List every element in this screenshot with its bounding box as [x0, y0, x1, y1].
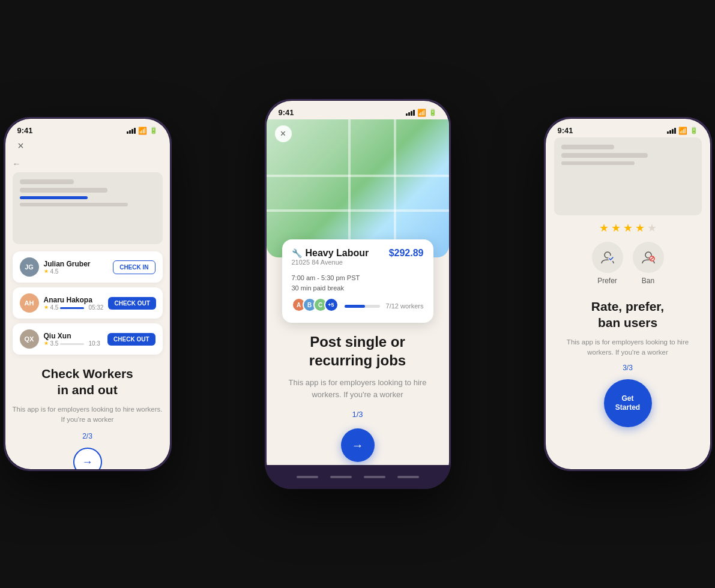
nav-dot-2 — [330, 476, 352, 478]
left-next-arrow: → — [82, 456, 93, 469]
center-battery-icon: 🔋 — [429, 109, 437, 116]
c-signal-bar-4 — [413, 110, 415, 116]
center-bottom-nav — [265, 465, 451, 489]
job-time: 7:00 am - 5:30 pm PST — [292, 273, 424, 283]
center-wifi-icon: 📶 — [417, 109, 426, 117]
left-signal — [127, 128, 136, 134]
worker2-info: Anaru Hakopa ★ 4.5 05:32 — [44, 296, 104, 311]
wrench-icon: 🔧 — [292, 248, 302, 258]
right-page-indicator: 3/3 — [623, 364, 633, 372]
nav-dot-4 — [397, 476, 419, 478]
prefer-label: Prefer — [597, 277, 617, 285]
center-status-icons: 📶 🔋 — [406, 109, 437, 117]
worker2-checkout-btn[interactable]: CHECK OUT — [108, 297, 155, 310]
phone-right: 9:41 📶 🔋 — [544, 117, 712, 471]
left-screen: 9:41 📶 🔋 × — [5, 119, 170, 469]
r-preview-bar-3 — [561, 161, 635, 165]
right-status-time: 9:41 — [558, 126, 573, 135]
right-content: ★ ★ ★ ★ ★ — [546, 137, 710, 469]
left-close-button[interactable]: × — [13, 137, 29, 154]
signal-bar-4 — [134, 128, 136, 134]
preview-bar-1 — [20, 179, 74, 184]
star-3: ★ — [623, 221, 633, 235]
worker-card-3: QX Qiu Xun ★ 3.5 10:3 CHECK OUT — [13, 323, 163, 355]
worker1-checkin-btn[interactable]: CHECK IN — [113, 260, 155, 274]
prefer-icon-circle[interactable] — [592, 242, 623, 273]
left-wifi-icon: 📶 — [138, 127, 147, 135]
map-road-h — [267, 175, 449, 177]
right-bottom-content: Rate, prefer, ban users This app is for … — [554, 292, 702, 469]
worker1-avatar: JG — [20, 257, 39, 277]
worker3-rating-row: ★ 3.5 10:3 — [44, 340, 103, 347]
c-signal-bar-1 — [406, 113, 408, 116]
job-title-row: 🔧 Heavy Labour — [292, 248, 369, 259]
worker2-avatar: AH — [20, 293, 39, 313]
worker1-rating-val: 4.5 — [50, 268, 59, 275]
worker3-avatar: QX — [20, 329, 39, 349]
star-4: ★ — [635, 221, 645, 235]
worker3-timer: 10:3 — [88, 340, 100, 347]
left-status-icons: 📶 🔋 — [127, 127, 158, 135]
job-title: Heavy Labour — [306, 248, 369, 259]
star-1: ★ — [599, 221, 609, 235]
worker3-progress-bar — [60, 343, 84, 345]
ban-label: Ban — [642, 277, 654, 285]
left-phone-desc: This app is for employers looking to hir… — [13, 404, 163, 425]
phone-left: 9:41 📶 🔋 × — [4, 117, 172, 471]
center-close-button[interactable]: × — [275, 125, 292, 142]
star-5: ★ — [647, 221, 657, 235]
worker2-rating-val: 4.5 — [50, 304, 59, 311]
worker3-info: Qiu Xun ★ 3.5 10:3 — [44, 332, 103, 347]
nav-dot-1 — [297, 476, 318, 478]
map-road-v — [348, 119, 351, 257]
r-preview-bar-1 — [561, 145, 615, 149]
map-road-h2 — [267, 209, 449, 212]
phone-left-inner: 9:41 📶 🔋 × — [5, 119, 170, 469]
center-signal — [406, 110, 415, 116]
prefer-ban-row: Prefer — [554, 242, 702, 285]
job-address: 21025 84 Avenue — [292, 259, 369, 266]
job-card-header: 🔧 Heavy Labour 21025 84 Avenue $292.89 — [292, 248, 424, 271]
ban-action: Ban — [633, 242, 664, 285]
progress-bar-fill — [345, 305, 365, 308]
job-price: $292.89 — [389, 248, 424, 259]
right-phone-title: Rate, prefer, ban users — [591, 298, 664, 331]
worker1-rating-row: ★ 4.5 — [44, 268, 109, 275]
center-status-time: 9:41 — [279, 108, 294, 117]
prefer-icon — [599, 249, 616, 266]
phone-right-inner: 9:41 📶 🔋 — [546, 119, 710, 469]
star-icon-1: ★ — [44, 268, 49, 274]
r-signal-bar-3 — [672, 129, 674, 134]
worker-card-1: JG Julian Gruber ★ 4.5 CHECK IN — [13, 251, 163, 283]
worker2-rating-row: ★ 4.5 05:32 — [44, 304, 104, 311]
left-back-arrow[interactable]: ← — [13, 159, 163, 169]
nav-dot-3 — [364, 476, 385, 478]
left-next-button[interactable]: → — [73, 448, 102, 469]
ban-icon-circle[interactable] — [633, 242, 664, 273]
worker2-name: Anaru Hakopa — [44, 296, 104, 304]
get-started-button[interactable]: GetStarted — [604, 379, 652, 427]
left-page-indicator: 2/3 — [82, 432, 92, 440]
map-road-v2 — [394, 119, 396, 257]
left-top-preview — [13, 172, 163, 244]
worker3-rating-val: 3.5 — [50, 340, 59, 347]
worker2-timer: 05:32 — [88, 304, 103, 311]
preview-bar-2 — [20, 188, 108, 193]
r-signal-bar-1 — [667, 131, 669, 134]
phone-center-inner: 9:41 📶 🔋 — [267, 101, 449, 487]
r-signal-bar-4 — [674, 128, 676, 134]
center-next-button[interactable]: → — [341, 428, 375, 462]
right-status-bar: 9:41 📶 🔋 — [546, 119, 710, 137]
stars-rating-row: ★ ★ ★ ★ ★ — [554, 221, 702, 235]
left-phone-title: Check Workers in and out — [41, 365, 133, 398]
center-bottom-content: Post single or recurring jobs This app i… — [267, 323, 449, 487]
worker2-progress-bar — [60, 307, 84, 309]
right-wifi-icon: 📶 — [678, 127, 687, 135]
center-status-bar: 9:41 📶 🔋 — [267, 101, 449, 119]
star-icon-3: ★ — [44, 340, 49, 346]
c-signal-bar-2 — [408, 112, 410, 116]
signal-bar-1 — [127, 131, 128, 134]
ban-icon — [640, 249, 657, 266]
worker3-checkout-btn[interactable]: CHECK OUT — [107, 333, 155, 346]
worker-card-2: AH Anaru Hakopa ★ 4.5 05:32 CHECK OUT — [13, 287, 163, 319]
